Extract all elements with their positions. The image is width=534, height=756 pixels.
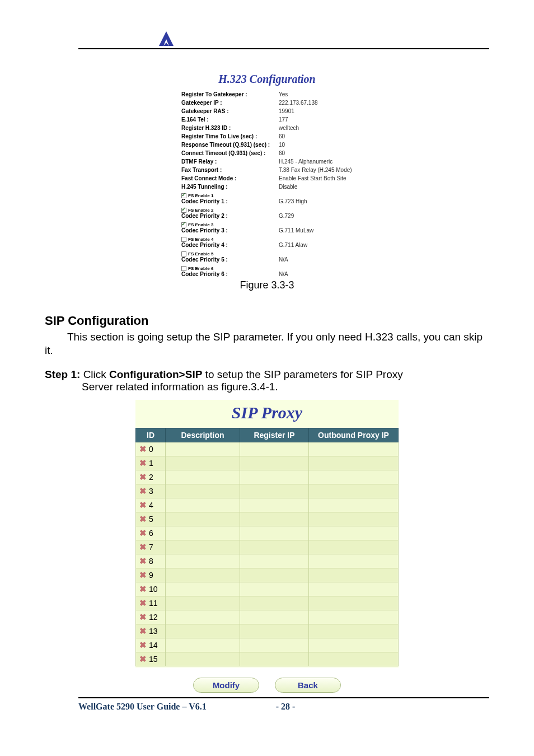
row-desc xyxy=(166,624,240,638)
h323-row-value: 19901 xyxy=(278,107,354,115)
row-id: 14 xyxy=(149,641,158,650)
row-reg xyxy=(240,442,309,456)
fs-enable-checkbox[interactable] xyxy=(181,251,186,256)
fs-enable-checkbox[interactable] xyxy=(181,193,186,198)
fs-enable-label: FS Enable 2 xyxy=(188,208,213,213)
delete-icon[interactable]: ✖ xyxy=(139,514,147,524)
h323-row: E.164 Tel :177 xyxy=(180,115,354,124)
row-id-cell: ✖ 9 xyxy=(136,568,166,582)
back-button[interactable]: Back xyxy=(275,678,341,693)
row-id: 13 xyxy=(149,627,158,636)
codec-priority-label: Codec Priority 6 : xyxy=(181,271,228,277)
fs-enable-checkbox[interactable] xyxy=(181,222,186,227)
table-row[interactable]: ✖ 3 xyxy=(136,484,399,498)
h323-row-label: Gatekeeper IP : xyxy=(180,99,278,107)
row-id: 6 xyxy=(149,529,153,538)
fs-enable-label: FS Enable 3 xyxy=(188,222,213,227)
delete-icon[interactable]: ✖ xyxy=(139,654,147,664)
table-row[interactable]: ✖ 8 xyxy=(136,554,399,568)
modify-button[interactable]: Modify xyxy=(193,678,259,693)
delete-icon[interactable]: ✖ xyxy=(139,444,147,454)
table-row[interactable]: ✖ 4 xyxy=(136,498,399,512)
row-desc xyxy=(166,456,240,470)
step-1-cont: Server related information as figure.3.4… xyxy=(82,381,489,393)
fs-enable-checkbox[interactable] xyxy=(181,237,186,242)
codec-value: G.711 MuLaw xyxy=(278,220,354,235)
delete-icon[interactable]: ✖ xyxy=(139,612,147,622)
delete-icon[interactable]: ✖ xyxy=(139,598,147,608)
table-row[interactable]: ✖ 12 xyxy=(136,610,399,624)
table-row[interactable]: ✖ 5 xyxy=(136,512,399,526)
delete-icon[interactable]: ✖ xyxy=(139,500,147,510)
sip-proxy-title: SIP Proxy xyxy=(135,400,399,428)
row-out xyxy=(309,526,399,540)
table-row[interactable]: ✖ 15 xyxy=(136,652,399,666)
h323-row-label: Register H.323 ID : xyxy=(180,124,278,132)
sip-proxy-panel: SIP Proxy ID Description Register IP Out… xyxy=(135,400,399,668)
fs-enable-checkbox[interactable] xyxy=(181,266,186,271)
row-id-cell: ✖ 2 xyxy=(136,470,166,484)
delete-icon[interactable]: ✖ xyxy=(139,640,147,650)
row-reg xyxy=(240,638,309,652)
header-bar xyxy=(78,34,489,56)
codec-priority-label: Codec Priority 3 : xyxy=(181,227,228,234)
brand-logo-icon xyxy=(157,29,176,48)
row-id-cell: ✖ 6 xyxy=(136,526,166,540)
delete-icon[interactable]: ✖ xyxy=(139,472,147,482)
h323-row: Register H.323 ID :welltech xyxy=(180,124,354,132)
row-id: 5 xyxy=(149,515,153,524)
h323-codec-row: FS Enable 2Codec Priority 2 :G.729 xyxy=(180,206,354,220)
row-id: 0 xyxy=(149,445,153,454)
row-out xyxy=(309,610,399,624)
row-out xyxy=(309,568,399,582)
h323-row-value: Yes xyxy=(278,90,354,99)
row-reg xyxy=(240,484,309,498)
col-desc: Description xyxy=(166,428,240,442)
fs-enable-checkbox[interactable] xyxy=(181,208,186,213)
row-out xyxy=(309,554,399,568)
delete-icon[interactable]: ✖ xyxy=(139,584,147,594)
row-desc xyxy=(166,638,240,652)
table-row[interactable]: ✖ 13 xyxy=(136,624,399,638)
delete-icon[interactable]: ✖ xyxy=(139,570,147,580)
delete-icon[interactable]: ✖ xyxy=(139,556,147,566)
delete-icon[interactable]: ✖ xyxy=(139,542,147,552)
h323-row-label: Register To Gatekeeper : xyxy=(180,90,278,99)
step-post: to setup the SIP parameters for SIP Prox… xyxy=(202,368,402,380)
delete-icon[interactable]: ✖ xyxy=(139,458,147,468)
codec-value: G.723 High xyxy=(278,191,354,206)
codec-value: G.729 xyxy=(278,206,354,220)
table-row[interactable]: ✖ 0 xyxy=(136,442,399,456)
table-row[interactable]: ✖ 1 xyxy=(136,456,399,470)
table-row[interactable]: ✖ 11 xyxy=(136,596,399,610)
h323-codec-row: FS Enable 4Codec Priority 4 :G.711 Alaw xyxy=(180,235,354,249)
table-row[interactable]: ✖ 7 xyxy=(136,540,399,554)
row-desc xyxy=(166,568,240,582)
h323-row-label: DTMF Relay : xyxy=(180,157,278,166)
table-row[interactable]: ✖ 6 xyxy=(136,526,399,540)
h323-row-label: Fax Transport : xyxy=(180,166,278,174)
row-id: 15 xyxy=(149,655,158,664)
row-id-cell: ✖ 13 xyxy=(136,624,166,638)
codec-label-cell: FS Enable 4Codec Priority 4 : xyxy=(180,235,278,249)
table-row[interactable]: ✖ 9 xyxy=(136,568,399,582)
table-row[interactable]: ✖ 14 xyxy=(136,638,399,652)
h323-codec-row: FS Enable 6Codec Priority 6 :N/A xyxy=(180,264,354,278)
row-reg xyxy=(240,554,309,568)
row-out xyxy=(309,456,399,470)
h323-row: Fax Transport :T.38 Fax Relay (H.245 Mod… xyxy=(180,166,354,174)
col-id: ID xyxy=(136,428,166,442)
delete-icon[interactable]: ✖ xyxy=(139,528,147,538)
codec-priority-label: Codec Priority 1 : xyxy=(181,198,228,204)
row-id-cell: ✖ 4 xyxy=(136,498,166,512)
table-row[interactable]: ✖ 10 xyxy=(136,582,399,596)
table-row[interactable]: ✖ 2 xyxy=(136,470,399,484)
row-out xyxy=(309,596,399,610)
row-id: 2 xyxy=(149,473,153,482)
delete-icon[interactable]: ✖ xyxy=(139,486,147,496)
sip-heading: SIP Configuration xyxy=(45,314,489,328)
h323-table: Register To Gatekeeper :YesGatekeeper IP… xyxy=(180,90,354,278)
delete-icon[interactable]: ✖ xyxy=(139,626,147,636)
row-id-cell: ✖ 1 xyxy=(136,456,166,470)
row-id-cell: ✖ 14 xyxy=(136,638,166,652)
